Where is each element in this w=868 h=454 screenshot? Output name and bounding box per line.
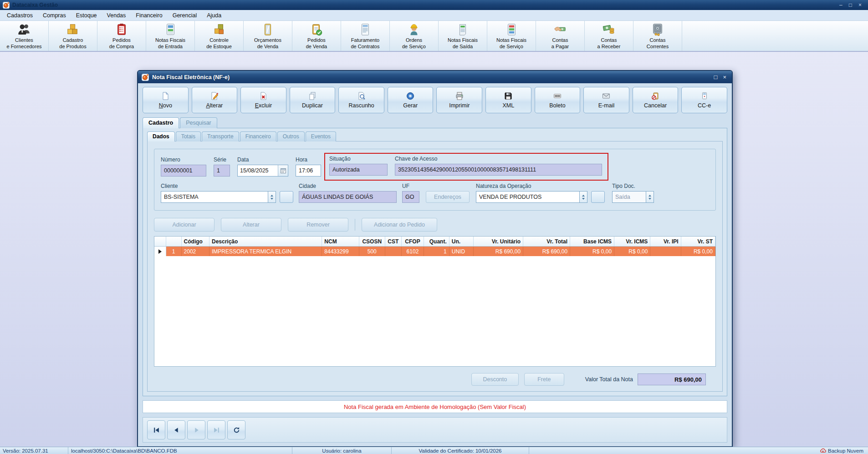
adicionar-button[interactable]: Adicionar bbox=[154, 218, 214, 232]
serie-field[interactable]: 1 bbox=[214, 165, 230, 177]
serie-label: Série bbox=[214, 156, 230, 163]
data-field[interactable]: 15/08/2025 bbox=[237, 165, 288, 177]
invoice-out-icon bbox=[456, 23, 470, 36]
toolbar-faturamento-de-contratos[interactable]: Faturamentode Contratos bbox=[341, 21, 390, 51]
items-toolbar: Adicionar Alterar Remover Adicionar do P… bbox=[154, 218, 716, 232]
grid-col-1[interactable] bbox=[166, 237, 182, 246]
cidade-field[interactable]: ÁGUAS LINDAS DE GOIÁS bbox=[299, 191, 397, 203]
next-record-icon[interactable] bbox=[187, 420, 205, 439]
minimize-icon[interactable]: – bbox=[839, 2, 842, 8]
tipo-doc-spinner-icon[interactable] bbox=[646, 192, 654, 202]
imprimir-button[interactable]: Imprimir bbox=[436, 87, 482, 113]
hora-field[interactable]: 17:06 bbox=[296, 165, 321, 177]
subtab-outros[interactable]: Outros bbox=[277, 131, 305, 141]
toolbar-contas-correntes[interactable]: ContasCorrentes bbox=[633, 21, 682, 51]
toolbar-cadastro-de-produtos[interactable]: Cadastrode Produtos bbox=[49, 21, 97, 51]
adicionar-do-pedido-button[interactable]: Adicionar do Pedido bbox=[362, 218, 437, 232]
fields-row-1: Número 000000001 Série 1 Data 15/08/2025 bbox=[161, 155, 709, 177]
menu-cadastros[interactable]: Cadastros bbox=[2, 11, 38, 20]
toolbar-pedidos-de-venda[interactable]: Pedidosde Venda bbox=[292, 21, 341, 51]
numero-field[interactable]: 000000001 bbox=[161, 165, 206, 177]
dialog-close-icon[interactable]: × bbox=[723, 74, 726, 80]
cc-e-button[interactable]: CC-e bbox=[681, 87, 727, 113]
refresh-icon[interactable] bbox=[227, 420, 245, 439]
situacao-field[interactable]: Autorizada bbox=[329, 164, 388, 176]
toolbar-notas-fiscais-de-saida[interactable]: Notas Fiscaisde Saída bbox=[439, 21, 487, 51]
natureza-spinner-icon[interactable] bbox=[579, 192, 587, 202]
toolbar-notas-fiscais-de-entrada[interactable]: Notas Fiscaisde Entrada bbox=[146, 21, 195, 51]
tab-pesquisar[interactable]: Pesquisar bbox=[180, 117, 217, 128]
table-row[interactable]: 12002IMPRESSORA TERMICA ELGIN84433299500… bbox=[154, 247, 715, 256]
toolbar-orcamentos-de-venda[interactable]: Orçamentosde Venda bbox=[244, 21, 292, 51]
grid-col-base-icms[interactable]: Base ICMS bbox=[570, 237, 614, 246]
menu-vendas[interactable]: Vendas bbox=[102, 11, 131, 20]
duplicar-button[interactable]: Duplicar bbox=[290, 87, 336, 113]
chave-field[interactable]: 3523051435642900012055001000008357149813… bbox=[395, 164, 602, 176]
grid-col-cfop[interactable]: CFOP bbox=[402, 237, 424, 246]
xml-button[interactable]: XML bbox=[485, 87, 531, 113]
grid-col-vr-icms[interactable]: Vr. ICMS bbox=[614, 237, 650, 246]
cancelar-button[interactable]: Cancelar bbox=[633, 87, 679, 113]
tab-cadastro[interactable]: Cadastro bbox=[143, 117, 179, 128]
grid-col-codigo[interactable]: Código bbox=[182, 237, 209, 246]
alterar-item-button[interactable]: Alterar bbox=[221, 218, 281, 232]
novo-button[interactable]: Novo bbox=[143, 87, 189, 113]
enderecos-button[interactable]: Endereços bbox=[426, 191, 470, 203]
cliente-spinner-icon[interactable] bbox=[268, 192, 276, 202]
previous-record-icon[interactable] bbox=[167, 420, 185, 439]
subtab-eventos[interactable]: Eventos bbox=[306, 131, 336, 141]
maximize-icon[interactable]: □ bbox=[849, 2, 852, 8]
frete-button[interactable]: Frete bbox=[524, 373, 564, 386]
backup-nuvem[interactable]: Backup Nuvem bbox=[820, 448, 868, 454]
grid-col-cst[interactable]: CST bbox=[385, 237, 402, 246]
uf-field[interactable]: GO bbox=[402, 191, 419, 203]
desconto-button[interactable]: Desconto bbox=[471, 373, 519, 386]
menu-estoque[interactable]: Estoque bbox=[71, 11, 102, 20]
dialog-maximize-icon[interactable]: □ bbox=[714, 74, 718, 80]
grid-col-vr-st[interactable]: Vr. ST bbox=[681, 237, 715, 246]
rascunho-button[interactable]: Rascunho bbox=[338, 87, 384, 113]
grid-col-un[interactable]: Un. bbox=[449, 237, 474, 246]
natureza-lookup-button[interactable] bbox=[591, 191, 605, 203]
last-record-icon[interactable] bbox=[207, 420, 225, 439]
e-mail-button[interactable]: E-mail bbox=[583, 87, 629, 113]
toolbar-notas-fiscais-de-servico[interactable]: Notas Fiscaisde Serviço bbox=[487, 21, 536, 51]
alterar-button[interactable]: Alterar bbox=[192, 87, 238, 113]
grid-col-vr-total[interactable]: Vr. Total bbox=[523, 237, 570, 246]
grid-col-vr-ipi[interactable]: Vr. IPI bbox=[650, 237, 681, 246]
grid-col-vr-unitario[interactable]: Vr. Unitário bbox=[474, 237, 523, 246]
menu-compras[interactable]: Compras bbox=[38, 11, 71, 20]
first-record-icon[interactable] bbox=[147, 420, 165, 439]
boleto-button[interactable]: Boleto bbox=[535, 87, 581, 113]
grid-col-ncm[interactable]: NCM bbox=[322, 237, 359, 246]
subtab-dados[interactable]: Dados bbox=[147, 131, 175, 141]
remover-button[interactable]: Remover bbox=[288, 218, 348, 232]
natureza-combo[interactable]: VENDA DE PRODUTOS bbox=[476, 191, 587, 203]
toolbar-contas-a-pagar[interactable]: Contasa Pagar bbox=[536, 21, 585, 51]
excluir-button[interactable]: Excluir bbox=[240, 87, 286, 113]
toolbar-ordens-de-servico[interactable]: Ordensde Serviço bbox=[390, 21, 439, 51]
grid-col-csosn[interactable]: CSOSN bbox=[359, 237, 385, 246]
situacao-group: Situação Autorizada bbox=[329, 156, 388, 176]
subtab-totais[interactable]: Totais bbox=[176, 131, 201, 141]
calendar-icon[interactable] bbox=[278, 165, 288, 176]
cliente-lookup-button[interactable] bbox=[280, 191, 293, 203]
warning-text: Nota Fiscal gerada em Ambiente de Homolo… bbox=[344, 404, 526, 410]
cliente-combo[interactable]: BS-SISTEMA bbox=[161, 191, 276, 203]
toolbar-clientes-e-fornecedores[interactable]: Clientese Fornecedores bbox=[0, 21, 49, 51]
toolbar-controle-de-estoque[interactable]: Controlede Estoque bbox=[195, 21, 244, 51]
tipo-doc-combo[interactable]: Saída bbox=[612, 191, 654, 203]
menu-gerencial[interactable]: Gerencial bbox=[168, 11, 202, 20]
close-icon[interactable]: × bbox=[858, 2, 862, 8]
subtab-transporte[interactable]: Transporte bbox=[202, 131, 239, 141]
menu-financeiro[interactable]: Financeiro bbox=[131, 11, 167, 20]
grid-col-0[interactable] bbox=[154, 237, 166, 246]
gerar-button[interactable]: Gerar bbox=[388, 87, 434, 113]
toolbar-pedidos-de-compra[interactable]: Pedidosde Compra bbox=[97, 21, 146, 51]
toolbar-contas-a-receber[interactable]: Contasa Receber bbox=[585, 21, 633, 51]
cell: 84433299 bbox=[322, 247, 359, 256]
grid-col-quant[interactable]: Quant. bbox=[424, 237, 449, 246]
grid-col-descricao[interactable]: Descrição bbox=[209, 237, 322, 246]
menu-ajuda[interactable]: Ajuda bbox=[202, 11, 226, 20]
subtab-financeiro[interactable]: Financeiro bbox=[240, 131, 276, 141]
